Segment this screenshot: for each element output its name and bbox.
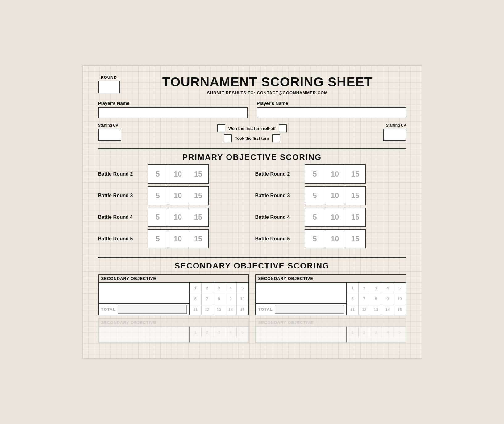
player2-sec1-n13[interactable]: 13 bbox=[370, 304, 382, 315]
player1-round5-scores: 5 10 15 bbox=[148, 229, 209, 248]
player2-cp-input[interactable] bbox=[383, 129, 406, 141]
player1-sec1-n6[interactable]: 6 bbox=[190, 293, 202, 304]
player1-round4-score5[interactable]: 5 bbox=[148, 208, 168, 226]
player2-secondary1-name-col: TOTAL bbox=[256, 283, 347, 315]
player2-round3-score5[interactable]: 5 bbox=[305, 187, 325, 205]
round-box: ROUND bbox=[98, 75, 120, 93]
player1-sec1-n8[interactable]: 8 bbox=[213, 293, 225, 304]
player2-secondary2-name-col bbox=[256, 327, 347, 342]
player1-round3-score5[interactable]: 5 bbox=[148, 187, 168, 205]
player2-sec1-n6[interactable]: 6 bbox=[347, 293, 359, 304]
player2-sec1-n14[interactable]: 14 bbox=[382, 304, 394, 315]
player1-cp-input[interactable] bbox=[98, 129, 121, 141]
main-title: TOURNAMENT SCORING SHEET bbox=[129, 75, 406, 89]
player1-round4-score10[interactable]: 10 bbox=[168, 208, 188, 226]
player2-sec1-n4[interactable]: 4 bbox=[382, 283, 394, 293]
player2-sec1-n3[interactable]: 3 bbox=[370, 283, 382, 293]
player2-sec2-n1: 1 bbox=[347, 327, 359, 337]
player2-sec1-n7[interactable]: 7 bbox=[359, 293, 370, 304]
player2-sec1-n5[interactable]: 5 bbox=[394, 283, 406, 293]
player2-round3-score15[interactable]: 15 bbox=[345, 187, 365, 205]
player2-sec1-n9[interactable]: 9 bbox=[382, 293, 394, 304]
player1-round2-score5[interactable]: 5 bbox=[148, 165, 168, 183]
player2-round3-score10[interactable]: 10 bbox=[325, 187, 345, 205]
player2-round3-row: Battle Round 3 5 10 15 bbox=[255, 186, 406, 205]
player2-sec1-n8[interactable]: 8 bbox=[370, 293, 382, 304]
player1-round5-score15[interactable]: 15 bbox=[188, 230, 208, 248]
player1-sec1-n9[interactable]: 9 bbox=[225, 293, 237, 304]
player2-sec1-n10[interactable]: 10 bbox=[394, 293, 406, 304]
player1-round4-row: Battle Round 4 5 10 15 bbox=[98, 208, 249, 227]
player1-took-first-checkbox[interactable] bbox=[224, 134, 232, 142]
player1-round4-score15[interactable]: 15 bbox=[188, 208, 208, 226]
player1-sec1-n10[interactable]: 10 bbox=[237, 293, 248, 304]
player2-secondary2-table: 1 2 3 4 5 bbox=[256, 327, 406, 342]
primary-section-header: PRIMARY OBJECTIVE SCORING bbox=[98, 148, 406, 162]
player2-round2-label: Battle Round 2 bbox=[255, 171, 305, 177]
secondary-section: SECONDARY OBJECTIVE SCORING SECONDARY OB… bbox=[98, 257, 406, 343]
player1-secondary1-name-col: TOTAL bbox=[99, 283, 190, 315]
player1-round2-score15[interactable]: 15 bbox=[188, 165, 208, 183]
player1-sec1-n7[interactable]: 7 bbox=[202, 293, 213, 304]
player2-round4-row: Battle Round 4 5 10 15 bbox=[255, 208, 406, 227]
player2-round5-scores: 5 10 15 bbox=[305, 229, 366, 248]
player1-round3-score15[interactable]: 15 bbox=[188, 187, 208, 205]
player2-sec2-n2: 2 bbox=[359, 327, 370, 337]
player2-sec1-n12[interactable]: 12 bbox=[359, 304, 370, 315]
rolloff-center: Won the first turn roll-off Took the fir… bbox=[121, 123, 383, 142]
player2-sec1-numrow1: 1 2 3 4 5 bbox=[347, 283, 406, 293]
player1-sec1-n1[interactable]: 1 bbox=[190, 283, 202, 293]
player2-sec1-n11[interactable]: 11 bbox=[347, 304, 359, 315]
player2-round2-row: Battle Round 2 5 10 15 bbox=[255, 164, 406, 184]
player2-round2-scores: 5 10 15 bbox=[305, 164, 366, 184]
player2-secondary1-total-input[interactable] bbox=[275, 305, 344, 314]
player1-primary: Battle Round 2 5 10 15 Battle Round 3 5 … bbox=[98, 164, 249, 251]
primary-section-title: PRIMARY OBJECTIVE SCORING bbox=[182, 152, 322, 162]
player1-sec1-n13[interactable]: 13 bbox=[213, 304, 225, 315]
player2-round5-score15[interactable]: 15 bbox=[345, 230, 365, 248]
player2-sec1-n2[interactable]: 2 bbox=[359, 283, 370, 293]
player2-round2-score15[interactable]: 15 bbox=[345, 165, 365, 183]
secondary-grid-top: SECONDARY OBJECTIVE TOTAL 1 2 3 4 bbox=[98, 274, 406, 315]
player1-round3-score10[interactable]: 10 bbox=[168, 187, 188, 205]
player1-rolloff-checkbox[interactable] bbox=[217, 124, 225, 132]
player2-round4-scores: 5 10 15 bbox=[305, 208, 366, 227]
player1-sec1-n12[interactable]: 12 bbox=[202, 304, 213, 315]
player2-round2-score10[interactable]: 10 bbox=[325, 165, 345, 183]
player2-secondary1-table: TOTAL 1 2 3 4 5 6 bbox=[256, 283, 406, 315]
player2-round2-score5[interactable]: 5 bbox=[305, 165, 325, 183]
player2-round5-score5[interactable]: 5 bbox=[305, 230, 325, 248]
player1-sec1-n14[interactable]: 14 bbox=[225, 304, 237, 315]
player2-round5-score10[interactable]: 10 bbox=[325, 230, 345, 248]
player2-round3-scores: 5 10 15 bbox=[305, 186, 366, 205]
player2-took-first-checkbox[interactable] bbox=[272, 134, 280, 142]
player1-round5-score10[interactable]: 10 bbox=[168, 230, 188, 248]
cp-rolloff-row: Starting CP Won the first turn roll-off … bbox=[98, 123, 406, 142]
player1-round3-scores: 5 10 15 bbox=[148, 186, 209, 205]
player1-name-input[interactable] bbox=[98, 107, 248, 118]
player1-secondary1-header: SECONDARY OBJECTIVE bbox=[99, 275, 248, 283]
player2-sec1-numrow3: 11 12 13 14 15 bbox=[347, 304, 406, 315]
scoring-sheet: ROUND TOURNAMENT SCORING SHEET SUBMIT RE… bbox=[82, 65, 422, 359]
player1-round2-score10[interactable]: 10 bbox=[168, 165, 188, 183]
player1-sec1-n5[interactable]: 5 bbox=[237, 283, 248, 293]
player1-sec1-n4[interactable]: 4 bbox=[225, 283, 237, 293]
player1-sec1-n15[interactable]: 15 bbox=[237, 304, 248, 315]
player2-sec1-n15[interactable]: 15 bbox=[394, 304, 406, 315]
player2-rolloff-checkbox[interactable] bbox=[279, 124, 287, 132]
player2-round4-score15[interactable]: 15 bbox=[345, 208, 365, 226]
player1-round2-scores: 5 10 15 bbox=[148, 164, 209, 184]
player1-round5-score5[interactable]: 5 bbox=[148, 230, 168, 248]
player2-sec1-n1[interactable]: 1 bbox=[347, 283, 359, 293]
player2-name-input[interactable] bbox=[257, 107, 406, 118]
player1-sec1-n2[interactable]: 2 bbox=[202, 283, 213, 293]
player2-round4-score5[interactable]: 5 bbox=[305, 208, 325, 226]
player1-sec1-n11[interactable]: 11 bbox=[190, 304, 202, 315]
player1-secondary1-total-input[interactable] bbox=[118, 305, 187, 314]
player1-sec2-n4: 4 bbox=[225, 327, 237, 337]
round-input[interactable] bbox=[98, 81, 120, 93]
player1-col: Player's Name bbox=[98, 101, 248, 118]
player2-round3-label: Battle Round 3 bbox=[255, 193, 305, 198]
player2-round4-score10[interactable]: 10 bbox=[325, 208, 345, 226]
player1-sec1-n3[interactable]: 3 bbox=[213, 283, 225, 293]
